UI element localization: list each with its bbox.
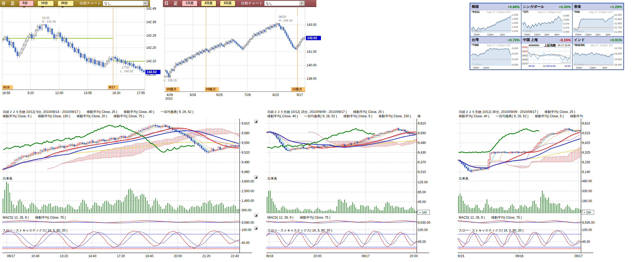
market-mini-chart: ^HSISep 17, 3:59pm HKT22,00021,90021,800… <box>573 10 623 36</box>
volume-section-label: 出来高 <box>459 176 468 181</box>
x-axis-label: 20:00 <box>313 254 321 258</box>
y-axis-label: 3,085 <box>563 14 569 17</box>
main-chart-layer <box>2 124 266 171</box>
x-axis-label: 09/16 <box>515 254 523 258</box>
contract-month-badge: 06限月 <box>167 87 177 91</box>
x-axis-label: 12pm <box>590 66 596 69</box>
chart-title-line2: 移動平均( Close, 5 ) 移動平均( Close, 150 ) 移動平均… <box>3 114 144 119</box>
y-axis-label: 1,810 <box>512 30 518 32</box>
daily-tab-3[interactable]: 3日足 <box>220 1 235 6</box>
x-axis-label: 20:00 <box>410 254 418 258</box>
y-axis-label: 8,200 <box>512 47 518 50</box>
quote-time: Sep 17, 3:29pm IST <box>590 44 613 47</box>
x-axis-label: 15:00 <box>564 65 570 67</box>
volume-axis-label: 330.00 <box>582 189 592 193</box>
x-axis-label: 17:55 <box>137 91 145 95</box>
current-price-badge: 142.02 <box>147 70 157 74</box>
high-annotation-date: 08/25 <box>279 15 286 18</box>
volume-section-label: 出来高 <box>3 176 12 181</box>
market-cell-sti[interactable]: シンガポール+0.30%^STISep 17, 4:59pm SGT3,0853… <box>521 3 572 36</box>
x-axis-label: 4pm <box>606 33 611 36</box>
price-axis-label: 9,310 <box>418 170 426 174</box>
market-mini-chart: ^STISep 17, 4:59pm SGT3,0853,0803,0753,0… <box>522 10 572 36</box>
contract-month-badge: 09限月 <box>206 87 216 91</box>
x-axis-label: 12pm <box>534 33 540 36</box>
compare-select-value: なし <box>266 1 272 6</box>
minute-tab-1[interactable]: 5分足 <box>19 1 34 6</box>
macd-axis-label: 9,530.00 <box>418 221 430 225</box>
asia-markets-panel: 韓国+0.86%^KS11Sep 17, 3:00pm KST1,8301,82… <box>470 3 624 70</box>
panel-title: 日 足 <box>164 1 178 6</box>
market-cell-bsesn[interactable]: インド+0.91%^BSESNSep 17, 3:29pm IST19,7001… <box>572 36 624 70</box>
minute-tab-3[interactable]: 30分足 <box>58 1 74 6</box>
y-axis-label: 21,800 <box>614 22 622 25</box>
chart-title-line2: 移動平均( Close, 40 ) 一目均衡表( 9, 26, 52 ) 移動平… <box>459 114 583 119</box>
quote-time: Sep 17, 3:59pm HKT <box>589 11 613 13</box>
macd-axis-label: 9,590.00 <box>242 221 254 225</box>
y-axis-label: 2628 <box>522 46 527 49</box>
market-cell-hsi[interactable]: 香港+1.29%^HSISep 17, 3:59pm HKT22,00021,9… <box>572 3 624 36</box>
x-axis-label: 5/28 <box>190 93 196 97</box>
market-symbol: ^STI <box>523 11 528 13</box>
minute-tab-2[interactable]: 10分足 <box>37 1 54 6</box>
market-cell-header: 香港+1.29% <box>573 4 623 10</box>
low-annotation-price: L : 139.15 <box>164 79 177 82</box>
pane-resize-icon[interactable] <box>254 176 258 179</box>
pane-resize-icon[interactable] <box>254 227 258 230</box>
market-mini-chart: sh000001上証指数09-17 15:0026282615260225892… <box>522 43 572 69</box>
watermark: © Yahoo! <box>574 63 584 66</box>
x-axis-label: 8/23 <box>272 93 279 97</box>
y-axis-label: 19,600 <box>614 52 622 55</box>
stochastics-axis-label: 100.00 <box>582 228 592 232</box>
market-name: 中国 上海 <box>523 37 538 42</box>
contract-month-badge: 12限月 <box>292 87 302 91</box>
pane-resize-icon[interactable] <box>254 120 258 123</box>
y-axis-label: 2615 <box>522 50 527 53</box>
x-axis-label: 12:00 <box>55 91 63 95</box>
price-axis-label: 9,580 <box>242 131 250 135</box>
market-symbol: ^KS11 <box>471 11 480 13</box>
x-axis-label: 4/26 <box>167 93 173 97</box>
price-axis-label: 9,140 <box>582 170 590 174</box>
main-chart-layer <box>267 127 443 152</box>
high-annotation-time: 10:20 <box>42 16 50 19</box>
daily-tab-2[interactable]: 2日足 <box>201 1 216 6</box>
x-axis-label: 2pm <box>544 33 550 36</box>
pane-resize-icon[interactable] <box>254 214 258 217</box>
high-annotation-price: H : 142.39 <box>42 20 56 23</box>
market-cell-ks11[interactable]: 韓国+0.86%^KS11Sep 17, 3:00pm KST1,8301,82… <box>470 3 521 36</box>
price-axis-label: 9,370 <box>418 160 426 164</box>
chevron-down-icon[interactable]: ▼ <box>299 1 304 6</box>
y-axis-label: 142.49 <box>146 7 156 11</box>
market-mini-chart: ^KS11Sep 17, 3:00pm KST1,8301,8251,8201,… <box>470 10 521 36</box>
price-axis-label: 9,550 <box>242 141 250 145</box>
futures-30min-canvas: 9,6109,5159,4209,3259,2309,140480.00330.… <box>458 109 644 262</box>
macd-axis-label: 9,505.00 <box>582 221 595 225</box>
y-axis-label: 142.29 <box>146 34 156 37</box>
price-axis-label: 9,490 <box>242 160 250 164</box>
y-axis-label: 3,065 <box>563 30 569 33</box>
low-annotation-time: 17:55 <box>122 66 129 69</box>
price-axis-label: 9,610 <box>418 122 426 125</box>
macd-section-label: MACD( 12, 26, 9 ) 移動平均( Close, 75 ) <box>459 215 522 220</box>
chevron-down-icon[interactable]: ▼ <box>143 1 148 6</box>
quote-time: 09-17 15:00 <box>558 44 570 47</box>
y-axis-label: 19,700 <box>614 47 622 50</box>
chart-title-line1: 日経２２５先物 10/12( 5分, 2010/09/14 - 2010/09/… <box>3 110 193 114</box>
minute-tabs: 5分足10分足30分足 <box>15 1 74 6</box>
watermark: © Yahoo! <box>472 30 482 33</box>
high-annotation-price: H : 143.14 <box>279 19 292 22</box>
market-cell-twii[interactable]: 台湾+0.72%^TWIISep 17, 1:25pm CST8,2008,15… <box>470 36 521 70</box>
market-cell-sh000001[interactable]: 中国 上海-0.15%sh000001上証指数09-17 15:00262826… <box>521 36 572 70</box>
y-axis-label: 140.00 <box>307 63 317 67</box>
market-symbol: ^TWII <box>471 44 479 47</box>
compare-select[interactable]: なし ▼ <box>103 1 148 6</box>
x-axis-label: 16:55 <box>2 91 10 95</box>
stochastics-axis-label: 40.00 <box>242 241 250 245</box>
x-axis-label: 10:40 <box>31 254 39 258</box>
futures-chart-15min: 日経２２５先物 10/12( 15分, 2010/09/09 - 2010/09… <box>266 109 443 262</box>
market-cell-header: シンガポール+0.30% <box>522 4 572 10</box>
daily-tab-1[interactable]: 1日足 <box>182 1 197 6</box>
x-axis-label: 11:30/13:00 <box>543 65 556 67</box>
compare-select[interactable]: なし ▼ <box>264 1 305 6</box>
